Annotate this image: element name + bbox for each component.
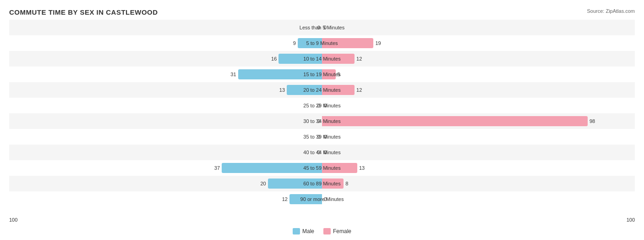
value-male: 0 (317, 25, 320, 30)
value-female: 0 (324, 150, 327, 155)
axis-label-right: 100 (627, 217, 635, 223)
value-female: 5 (338, 72, 340, 77)
bar-female (322, 54, 355, 64)
bar-female (322, 38, 373, 48)
legend-female: Female (323, 228, 351, 234)
legend-male-label: Male (302, 228, 314, 234)
row-label: 25 to 29 Minutes (303, 103, 340, 108)
axis-label-left: 100 (9, 217, 17, 223)
chart-container: COMMUTE TIME BY SEX IN CASTLEWOOD Source… (0, 0, 644, 240)
value-female: 12 (356, 56, 362, 61)
value-female: 12 (356, 87, 362, 93)
value-male: 13 (279, 87, 285, 93)
chart-title: COMMUTE TIME BY SEX IN CASTLEWOOD (9, 8, 635, 16)
value-female: 0 (324, 103, 327, 108)
value-female: 0 (324, 196, 327, 202)
chart-row: 40 to 44 Minutes00 (9, 145, 635, 160)
chart-row: 90 or more Minutes120 (9, 191, 635, 207)
value-female: 8 (345, 181, 348, 186)
bar-male (222, 163, 322, 173)
chart-row: 60 to 89 Minutes208 (9, 176, 635, 191)
chart-row: 35 to 39 Minutes00 (9, 129, 635, 145)
value-male: 0 (317, 103, 320, 108)
value-female: 0 (324, 134, 327, 140)
chart-row: 25 to 29 Minutes00 (9, 98, 635, 113)
value-male: 20 (260, 181, 266, 186)
bar-female (322, 116, 588, 126)
bar-male (287, 85, 322, 95)
value-female: 19 (375, 40, 381, 46)
value-male: 0 (317, 118, 320, 124)
value-male: 0 (317, 150, 320, 155)
value-female: 13 (359, 165, 365, 171)
value-female: 98 (589, 118, 595, 124)
value-female: 0 (324, 25, 327, 30)
chart-area: Less than 5 Minutes005 to 9 Minutes91910… (9, 20, 635, 201)
row-label: Less than 5 Minutes (300, 25, 344, 30)
row-label: 35 to 39 Minutes (303, 134, 340, 140)
bar-male (268, 179, 322, 189)
legend-female-label: Female (333, 228, 351, 234)
chart-row: 30 to 34 Minutes098 (9, 113, 635, 129)
bar-male (289, 194, 322, 204)
bar-male (238, 69, 322, 79)
legend-female-box (323, 228, 331, 234)
source-label: Source: ZipAtlas.com (587, 8, 635, 14)
row-label: 40 to 44 Minutes (303, 150, 340, 155)
value-male: 37 (214, 165, 220, 171)
legend-male-box (293, 228, 300, 234)
bar-female (322, 69, 336, 79)
bar-female (322, 85, 355, 95)
bar-female (322, 179, 344, 189)
value-male: 12 (282, 196, 288, 202)
chart-row: Less than 5 Minutes00 (9, 20, 635, 35)
chart-row: 20 to 24 Minutes1312 (9, 82, 635, 98)
bar-male (278, 54, 322, 64)
value-male: 0 (317, 134, 320, 140)
bar-female (322, 163, 357, 173)
chart-row: 10 to 14 Minutes1612 (9, 51, 635, 67)
chart-row: 45 to 59 Minutes3713 (9, 160, 635, 176)
bar-male (298, 38, 322, 48)
chart-legend: Male Female (293, 228, 351, 234)
legend-male: Male (293, 228, 314, 234)
value-male: 16 (271, 56, 277, 61)
chart-row: 5 to 9 Minutes919 (9, 35, 635, 51)
value-male: 31 (230, 72, 236, 77)
value-male: 9 (293, 40, 296, 46)
chart-row: 15 to 19 Minutes315 (9, 67, 635, 82)
